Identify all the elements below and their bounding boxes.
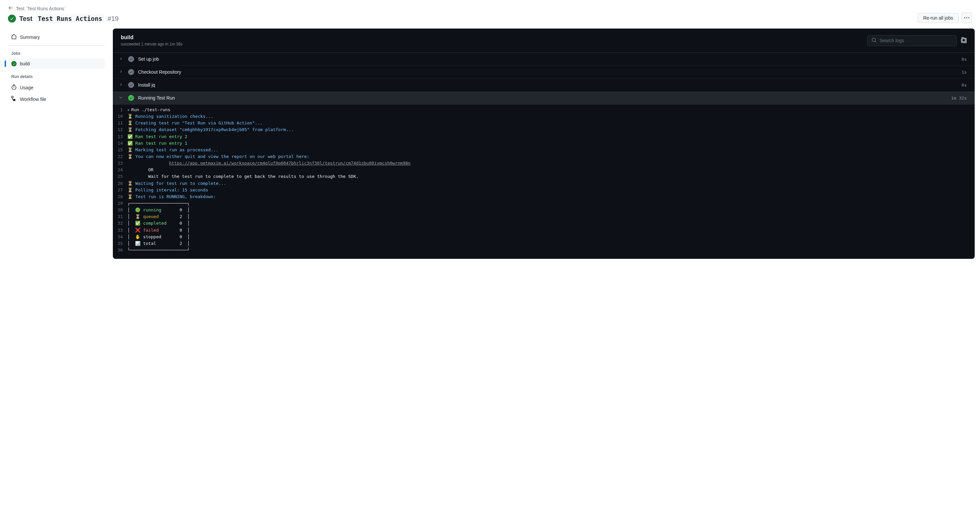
step-row[interactable]: Running Test Run1m 32s bbox=[113, 92, 975, 105]
search-icon bbox=[872, 38, 877, 44]
log-line-number: 33 bbox=[113, 227, 127, 234]
step-duration: 0s bbox=[961, 57, 967, 62]
gear-icon[interactable] bbox=[961, 37, 967, 44]
chevron-right-icon bbox=[119, 56, 124, 62]
log-line-number: 28 bbox=[113, 194, 127, 200]
status-success-icon bbox=[128, 69, 134, 75]
log-line-number: 1 bbox=[113, 107, 127, 113]
back-arrow-icon bbox=[8, 5, 13, 12]
log-line-number: 27 bbox=[113, 187, 127, 194]
step-name: Set up job bbox=[138, 56, 958, 62]
kebab-menu-button[interactable] bbox=[961, 13, 972, 23]
page-title-code: Test Runs Actions bbox=[36, 14, 104, 23]
sidebar-item-usage[interactable]: Usage bbox=[8, 82, 105, 93]
sidebar: Summary Jobs build Run details Usage Wor… bbox=[0, 29, 113, 264]
log-line: 26⏳ Waiting for test run to complete... bbox=[113, 180, 975, 187]
log-line-number: 12 bbox=[113, 126, 127, 133]
sidebar-jobs-heading: Jobs bbox=[11, 51, 102, 56]
log-line-number: 34 bbox=[113, 234, 127, 240]
log-line-content: ▸Run ./test-runs bbox=[127, 107, 170, 113]
log-line-number: 31 bbox=[113, 213, 127, 220]
log-line-content: ⏳ Test run is RUNNING, breakdown: bbox=[127, 194, 216, 200]
log-line: 14✅ Ran test run entry 1 bbox=[113, 140, 975, 147]
sidebar-job-label: build bbox=[20, 61, 30, 66]
log-line-number: 29 bbox=[113, 200, 127, 207]
sidebar-item-job-build[interactable]: build bbox=[8, 59, 105, 69]
log-line-content: │ ⏳ queued 2 │ bbox=[127, 213, 190, 220]
log-line: 30│ 🟢 running 0 │ bbox=[113, 207, 975, 213]
step-row[interactable]: Install jq0s bbox=[113, 79, 975, 92]
log-line: 10⏳ Running sanitization checks... bbox=[113, 113, 975, 120]
chevron-right-icon bbox=[119, 69, 124, 75]
breadcrumb[interactable]: Test `Test Runs Actions` bbox=[8, 5, 918, 12]
log-line: 15⏳ Marking test run as processed... bbox=[113, 147, 975, 153]
log-line-number: 14 bbox=[113, 140, 127, 147]
step-row[interactable]: Checkout Repository1s bbox=[113, 66, 975, 79]
log-line: 11⏳ Creating test run "Test Run via GitH… bbox=[113, 120, 975, 126]
step-duration: 1s bbox=[961, 70, 967, 75]
log-line-number: 26 bbox=[113, 180, 127, 187]
log-line-content: ┌──────────────────────┐ bbox=[127, 200, 190, 207]
search-logs-wrapper[interactable] bbox=[867, 35, 957, 46]
log-line-content: │ ❌ failed 0 │ bbox=[127, 227, 190, 234]
job-title: build bbox=[121, 35, 183, 40]
log-line-content: │ 🟢 running 0 │ bbox=[127, 207, 190, 213]
step-name: Running Test Run bbox=[138, 95, 947, 100]
log-line: 28⏳ Test run is RUNNING, breakdown: bbox=[113, 194, 975, 200]
log-line-content: ⏳ Polling interval: 15 seconds bbox=[127, 187, 208, 194]
log-line: 1▸Run ./test-runs bbox=[113, 107, 975, 113]
log-line-number: 15 bbox=[113, 147, 127, 153]
status-success-icon bbox=[8, 14, 16, 22]
log-line-content: ⏳ You can now either quit and view the r… bbox=[127, 153, 309, 160]
status-success-icon bbox=[128, 95, 134, 101]
log-line: 31│ ⏳ queued 2 │ bbox=[113, 213, 975, 220]
log-line: 25 Wait for the test run to complete to … bbox=[113, 173, 975, 180]
sidebar-workflow-file-label: Workflow file bbox=[20, 97, 46, 102]
log-line: 34│ ✋ stopped 0 │ bbox=[113, 234, 975, 240]
log-line: 36└──────────────────────┘ bbox=[113, 247, 975, 253]
status-success-icon bbox=[128, 56, 134, 62]
log-line-content: ⏳ Fetching dataset "cm6ghhby1017cxp0wcb4… bbox=[127, 126, 294, 133]
log-line-content: ⏳ Waiting for test run to complete... bbox=[127, 180, 226, 187]
step-row[interactable]: Set up job0s bbox=[113, 53, 975, 66]
log-line-content: ⏳ Marking test run as processed... bbox=[127, 147, 218, 153]
log-line-content: │ 📊 total 2 │ bbox=[127, 240, 190, 247]
workflow-icon bbox=[11, 96, 17, 102]
rerun-all-jobs-button[interactable]: Re-run all jobs bbox=[918, 13, 959, 23]
log-line: 35│ 📊 total 2 │ bbox=[113, 240, 975, 247]
log-line: 27⏳ Polling interval: 15 seconds bbox=[113, 187, 975, 194]
search-logs-input[interactable] bbox=[880, 38, 953, 43]
log-line-content: Wait for the test run to complete to get… bbox=[127, 173, 359, 180]
log-line-number: 24 bbox=[113, 167, 127, 173]
breadcrumb-link[interactable]: Test `Test Runs Actions` bbox=[16, 6, 66, 11]
sidebar-summary-label: Summary bbox=[20, 35, 40, 40]
log-line-number: 30 bbox=[113, 207, 127, 213]
log-line: 24 OR bbox=[113, 167, 975, 173]
log-line-number: 25 bbox=[113, 173, 127, 180]
page-title-run: #19 bbox=[108, 15, 118, 22]
log-line-content: │ ✋ stopped 0 │ bbox=[127, 234, 190, 240]
log-line-content: ✅ Ran test run entry 2 bbox=[127, 134, 187, 140]
log-line: 12⏳ Fetching dataset "cm6ghhby1017cxp0wc… bbox=[113, 126, 975, 133]
sidebar-usage-label: Usage bbox=[20, 85, 33, 90]
log-line-content: https://app.getmaxim.ai/workspace/cm4qlu… bbox=[127, 160, 410, 167]
log-output: 1▸Run ./test-runs10⏳ Running sanitizatio… bbox=[113, 105, 975, 259]
status-success-icon bbox=[128, 82, 134, 88]
log-line: 29┌──────────────────────┐ bbox=[113, 200, 975, 207]
log-line-number: 32 bbox=[113, 220, 127, 227]
log-line-number: 10 bbox=[113, 113, 127, 120]
log-line: 13✅ Ran test run entry 2 bbox=[113, 134, 975, 140]
log-line-number: 13 bbox=[113, 134, 127, 140]
log-line: 22⏳ You can now either quit and view the… bbox=[113, 153, 975, 160]
step-duration: 1m 32s bbox=[951, 95, 967, 100]
sidebar-item-summary[interactable]: Summary bbox=[8, 31, 105, 43]
job-pane: build succeeded 1 minute ago in 1m 36s S… bbox=[113, 29, 975, 259]
home-icon bbox=[11, 34, 17, 40]
sidebar-item-workflow-file[interactable]: Workflow file bbox=[8, 93, 105, 105]
sidebar-run-details-heading: Run details bbox=[11, 74, 102, 79]
log-line-content: └──────────────────────┘ bbox=[127, 247, 190, 253]
chevron-down-icon bbox=[119, 95, 124, 100]
log-line-content: ⏳ Running sanitization checks... bbox=[127, 113, 213, 120]
status-success-icon bbox=[11, 61, 17, 66]
log-line: 33│ ❌ failed 0 │ bbox=[113, 227, 975, 234]
